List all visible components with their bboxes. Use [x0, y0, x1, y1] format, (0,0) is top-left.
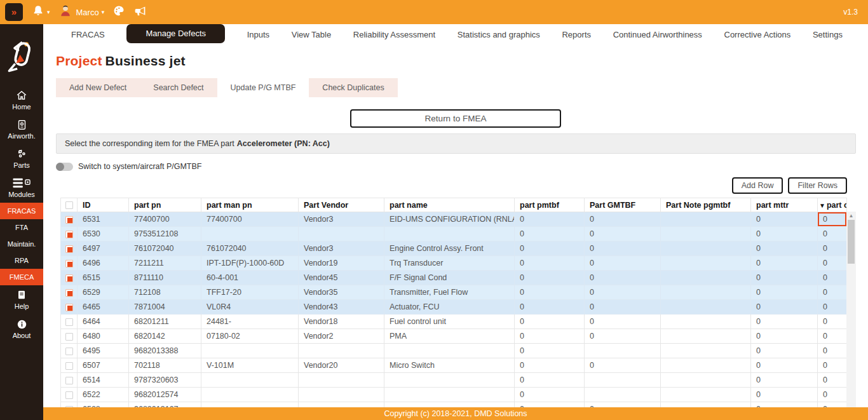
cell-id[interactable]: 6507 — [78, 358, 129, 373]
cell-note[interactable] — [661, 300, 751, 315]
cell-id[interactable]: 6515 — [78, 271, 129, 285]
megaphone-icon[interactable] — [133, 4, 147, 20]
cell-gmtbf[interactable]: 0 — [585, 271, 661, 285]
announcements-button[interactable] — [133, 4, 147, 20]
row-checkbox[interactable] — [65, 216, 73, 224]
table-row[interactable]: 64967211211IPT-1DF(P)-1000-60DVendor19Tr… — [61, 256, 847, 271]
cell-mttr[interactable]: 0 — [751, 271, 818, 285]
cell-vendor[interactable]: Vendor35 — [299, 285, 384, 300]
cell-vendor[interactable]: Vendor45 — [299, 271, 384, 285]
tab-reliability-assessment[interactable]: Reliability Assessment — [353, 30, 435, 39]
cell-gmtbf[interactable]: 0 — [585, 358, 661, 373]
cell-note[interactable] — [661, 373, 751, 388]
table-row[interactable]: 64657871004VL0R4Vendor43Actuator, FCU000… — [61, 300, 847, 315]
tab-manage-defects[interactable]: Manage Defects — [126, 24, 225, 43]
col-part-name[interactable]: part name — [384, 198, 515, 212]
cell-co[interactable]: 0 — [818, 373, 847, 388]
row-select-cell[interactable] — [61, 285, 78, 300]
cell-pmtbf[interactable]: 0 — [515, 271, 585, 285]
cell-pmtbf[interactable]: 0 — [515, 315, 585, 329]
cell-name[interactable]: PMA — [384, 329, 515, 344]
cell-mttr[interactable]: 0 — [751, 344, 818, 358]
row-checkbox[interactable] — [65, 348, 73, 355]
row-checkbox[interactable] — [65, 289, 73, 297]
cell-note[interactable] — [661, 271, 751, 285]
tab-continued-airworthiness[interactable]: Continued Airworthiness — [613, 30, 702, 39]
cell-gmtbf[interactable]: 0 — [585, 256, 661, 271]
cell-pmtbf[interactable]: 0 — [515, 256, 585, 271]
cell-co[interactable]: 0 — [818, 388, 847, 402]
cell-pn[interactable]: 8711110 — [129, 271, 201, 285]
cell-man_pn[interactable] — [201, 373, 299, 388]
cell-id[interactable]: 6531 — [78, 212, 129, 227]
cell-man_pn[interactable]: V-101M — [201, 358, 299, 373]
tab-view-table[interactable]: View Table — [292, 30, 331, 39]
tab-corrective-actions[interactable]: Corrective Actions — [724, 30, 791, 39]
system-aircraft-toggle[interactable] — [56, 163, 73, 171]
cell-vendor[interactable] — [299, 344, 384, 358]
cell-co[interactable]: 0 — [818, 212, 847, 227]
cell-note[interactable] — [661, 227, 751, 241]
table-row[interactable]: 6480682014207180-02Vendor2PMA0000 — [61, 329, 847, 344]
cell-note[interactable] — [661, 388, 751, 402]
col-part-vendor[interactable]: Part Vendor — [299, 198, 384, 212]
cell-name[interactable]: F/F Signal Cond — [384, 271, 515, 285]
cell-note[interactable] — [661, 315, 751, 329]
sidebar-item-modules[interactable]: Modules — [0, 173, 43, 203]
row-select-cell[interactable] — [61, 271, 78, 285]
robin-logo[interactable] — [6, 39, 37, 76]
cell-vendor[interactable]: Vendor3 — [299, 241, 384, 256]
cell-pmtbf[interactable]: 0 — [515, 329, 585, 344]
tab-reports[interactable]: Reports — [562, 30, 591, 39]
col-part-co[interactable]: ▼part co — [818, 198, 847, 212]
cell-mttr[interactable]: 0 — [751, 329, 818, 344]
cell-name[interactable] — [384, 344, 515, 358]
cell-man_pn[interactable]: 07180-02 — [201, 329, 299, 344]
cell-gmtbf[interactable]: 0 — [585, 227, 661, 241]
table-row[interactable]: 6515871111060-4-001Vendor45F/F Signal Co… — [61, 271, 847, 285]
cell-name[interactable] — [384, 388, 515, 402]
cell-man_pn[interactable] — [201, 227, 299, 241]
cell-id[interactable]: 6495 — [78, 344, 129, 358]
cell-id[interactable]: 6465 — [78, 300, 129, 315]
table-row[interactable]: 653097535121080000 — [61, 227, 847, 241]
cell-id[interactable]: 6464 — [78, 315, 129, 329]
sidebar-item-home[interactable]: Home — [0, 86, 43, 115]
cell-pmtbf[interactable]: 0 — [515, 241, 585, 256]
row-checkbox[interactable] — [65, 245, 73, 253]
table-row[interactable]: 64646820121124481-Vendor18Fuel control u… — [61, 315, 847, 329]
cell-co[interactable]: 0 — [818, 227, 847, 241]
col-id[interactable]: ID — [78, 198, 129, 212]
col-part-gmtbf[interactable]: Part GMTBF — [585, 198, 661, 212]
cell-co[interactable]: 0 — [818, 256, 847, 271]
sidebar-item-rpa[interactable]: RPA — [0, 252, 43, 269]
sidebar-item-help[interactable]: Help — [0, 285, 43, 315]
tab-fracas[interactable]: FRACAS — [71, 30, 105, 39]
cell-note[interactable] — [661, 344, 751, 358]
cell-id[interactable]: 6497 — [78, 241, 129, 256]
cell-pn[interactable]: 9682012574 — [129, 388, 201, 402]
select-all-checkbox[interactable] — [65, 201, 73, 209]
add-row-button[interactable]: Add Row — [732, 177, 783, 194]
cell-co[interactable]: 0 — [818, 344, 847, 358]
cell-pmtbf[interactable]: 0 — [515, 373, 585, 388]
table-row[interactable]: 6529712108TFF17-20Vendor35Transmitter, F… — [61, 285, 847, 300]
row-checkbox[interactable] — [65, 274, 73, 282]
cell-man_pn[interactable] — [201, 344, 299, 358]
cell-pn[interactable]: 7211211 — [129, 256, 201, 271]
cell-pn[interactable]: 9682013388 — [129, 344, 201, 358]
return-to-fmea-button[interactable]: Return to FMEA — [350, 109, 561, 128]
cell-man_pn[interactable]: 761072040 — [201, 241, 299, 256]
cell-mttr[interactable]: 0 — [751, 315, 818, 329]
cell-vendor[interactable] — [299, 388, 384, 402]
cell-id[interactable]: 6529 — [78, 285, 129, 300]
cell-id[interactable]: 6522 — [78, 388, 129, 402]
cell-gmtbf[interactable]: 0 — [585, 315, 661, 329]
cell-gmtbf[interactable]: 0 — [585, 241, 661, 256]
cell-note[interactable] — [661, 212, 751, 227]
cell-note[interactable] — [661, 358, 751, 373]
cell-note[interactable] — [661, 285, 751, 300]
cell-pn[interactable]: 702118 — [129, 358, 201, 373]
cell-gmtbf[interactable]: 0 — [585, 212, 661, 227]
scrollbar-thumb[interactable] — [848, 220, 855, 264]
